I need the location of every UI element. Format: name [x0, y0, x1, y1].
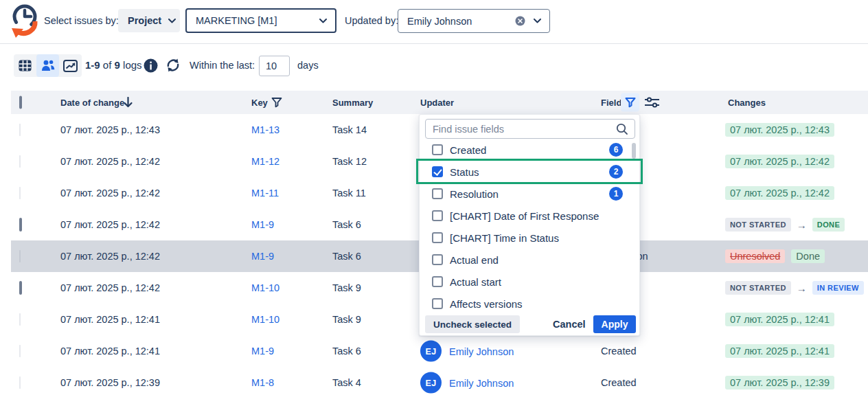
field-option-affects-versions[interactable]: Affects versions — [420, 293, 639, 315]
status-to-badge: DONE — [812, 218, 845, 232]
option-label: Affects versions — [450, 298, 523, 310]
row-checkbox[interactable] — [19, 218, 22, 232]
scope-dropdown-value: Project — [128, 15, 161, 26]
option-checkbox[interactable] — [432, 254, 443, 265]
field-option-chart-time-in-status[interactable]: [CHART] Time in Status — [420, 227, 639, 249]
status-to-badge: IN REVIEW — [812, 281, 864, 295]
updater-name-link[interactable]: Emily Johnson — [449, 346, 514, 357]
updated-by-dropdown[interactable]: Emily Johnson — [398, 9, 550, 33]
field-option-resolution[interactable]: Resolution 1 — [420, 183, 639, 205]
option-label: Actual end — [450, 254, 499, 266]
table-row: 07 лют. 2025 р., 12:41 M1-9 Task 6 EJ Em… — [11, 335, 868, 367]
chevron-down-icon — [319, 19, 327, 23]
change-timestamp: 07 лют. 2025 р., 12:39 — [725, 376, 834, 390]
chevron-down-icon — [168, 19, 176, 23]
option-label: Actual start — [450, 276, 501, 288]
row-summary: Task 6 — [332, 251, 361, 262]
project-dropdown[interactable]: MARKETING [M1] — [185, 8, 336, 33]
row-date: 07 лют. 2025 р., 12:41 — [60, 346, 160, 357]
issue-key-link[interactable]: M1-9 — [251, 219, 274, 230]
arrow-right-icon: → — [797, 282, 807, 294]
avatar: EJ — [420, 372, 442, 394]
scope-dropdown[interactable]: Project — [118, 9, 180, 32]
apply-button[interactable]: Apply — [593, 315, 636, 333]
within-days-input[interactable] — [259, 56, 290, 76]
logs-of: of — [103, 59, 112, 71]
column-header-changes: Changes — [728, 98, 766, 108]
field-option-chart-date-first-response[interactable]: [CHART] Date of First Response — [420, 205, 639, 227]
clear-icon[interactable] — [515, 16, 525, 26]
row-date: 07 лют. 2025 р., 12:39 — [60, 377, 160, 388]
change-timestamp: 07 лют. 2025 р., 12:41 — [725, 313, 834, 326]
issue-key-link[interactable]: M1-12 — [251, 156, 279, 167]
issue-key-link[interactable]: M1-11 — [251, 188, 279, 199]
row-summary: Task 4 — [332, 377, 361, 388]
view-switcher — [14, 54, 82, 77]
uncheck-selected-button[interactable]: Uncheck selected — [425, 315, 520, 333]
issue-key-link[interactable]: M1-10 — [251, 282, 279, 293]
row-field: Created — [601, 346, 637, 357]
select-all-checkbox[interactable] — [19, 96, 22, 109]
logs-total: 9 — [115, 59, 120, 71]
option-count-badge: 1 — [609, 187, 623, 201]
issue-key-link[interactable]: M1-10 — [251, 314, 279, 325]
row-summary: Task 12 — [332, 156, 367, 167]
row-date: 07 лют. 2025 р., 12:42 — [60, 282, 160, 293]
option-label: [CHART] Date of First Response — [450, 210, 599, 222]
option-label: Resolution — [450, 188, 499, 200]
sort-desc-icon[interactable] — [123, 97, 133, 108]
people-view-icon[interactable] — [36, 54, 59, 77]
field-option-status[interactable]: Status 2 — [420, 161, 639, 183]
field-option-actual-end[interactable]: Actual end — [420, 249, 639, 271]
option-checkbox[interactable] — [432, 232, 443, 243]
field-option-actual-start[interactable]: Actual start — [420, 271, 639, 293]
field-search-input[interactable] — [425, 119, 635, 139]
field-option-created[interactable]: Created 6 — [420, 139, 639, 161]
avatar: EJ — [420, 341, 442, 362]
row-summary: Task 9 — [332, 282, 361, 293]
chart-view-icon[interactable] — [59, 54, 82, 77]
search-icon — [616, 123, 628, 135]
logs-unit: logs — [123, 59, 142, 71]
status-from-badge: NOT STARTED — [725, 218, 791, 232]
row-date: 07 лют. 2025 р., 12:41 — [60, 314, 160, 325]
option-checkbox[interactable] — [432, 144, 443, 155]
option-checkbox[interactable] — [432, 188, 443, 199]
popup-scrollbar[interactable] — [632, 143, 636, 159]
option-checkbox[interactable] — [432, 166, 443, 177]
table-header: Date of change Key Summary Updater Field — [11, 91, 868, 114]
row-field: Created — [601, 377, 637, 388]
issue-key-link[interactable]: M1-13 — [251, 124, 279, 135]
resolution-removed-value: Unresolved — [725, 249, 785, 263]
cancel-button[interactable]: Cancel — [547, 315, 591, 333]
updated-by-dropdown-value: Emily Johnson — [407, 16, 515, 27]
option-checkbox[interactable] — [432, 210, 443, 221]
option-checkbox[interactable] — [432, 276, 443, 287]
row-summary: Task 14 — [332, 124, 367, 135]
topbar-divider — [0, 43, 868, 44]
issue-key-link[interactable]: M1-8 — [251, 377, 274, 388]
filter-icon[interactable] — [271, 98, 282, 108]
arrow-right-icon: → — [797, 219, 807, 231]
issue-key-link[interactable]: M1-9 — [251, 251, 274, 262]
grid-view-icon[interactable] — [14, 54, 36, 77]
history-clock-logo — [7, 2, 41, 39]
refresh-icon[interactable] — [165, 57, 181, 74]
info-icon[interactable] — [144, 58, 158, 73]
option-label: [CHART] Time in Status — [450, 232, 559, 244]
select-issues-by-label: Select issues by: — [44, 15, 119, 26]
change-timestamp: 07 лют. 2025 р., 12:42 — [725, 186, 834, 200]
column-header-key: Key — [251, 98, 268, 108]
updated-by-label: Updated by: — [345, 15, 398, 26]
issue-key-link[interactable]: M1-9 — [251, 346, 274, 357]
column-settings-icon[interactable] — [644, 97, 660, 109]
updater-name-link[interactable]: Emily Johnson — [449, 377, 514, 388]
field-filter-popup: Created 6 Status 2 Resolution 1 [CHART] … — [419, 114, 640, 336]
column-header-date[interactable]: Date of change — [60, 98, 124, 108]
row-checkbox[interactable] — [19, 281, 22, 295]
filter-active-icon[interactable] — [621, 93, 639, 112]
row-summary: Task 6 — [332, 346, 361, 357]
row-date: 07 лют. 2025 р., 12:42 — [60, 156, 160, 167]
option-checkbox[interactable] — [432, 298, 443, 309]
column-header-summary: Summary — [332, 98, 373, 108]
